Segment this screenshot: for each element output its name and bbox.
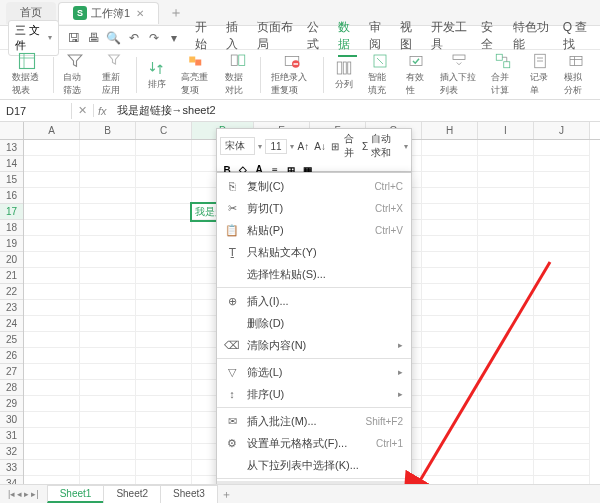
reject-dup-button[interactable]: 拒绝录入重复项 — [267, 52, 318, 97]
cell-A18[interactable] — [24, 220, 80, 236]
row-header-15[interactable]: 15 — [0, 172, 23, 188]
sheet-nav-next-icon[interactable]: ▸ — [24, 489, 29, 499]
cell-I28[interactable] — [478, 380, 534, 396]
cell-I32[interactable] — [478, 444, 534, 460]
cell-I23[interactable] — [478, 300, 534, 316]
row-header-20[interactable]: 20 — [0, 252, 23, 268]
cell-B25[interactable] — [80, 332, 136, 348]
cell-B15[interactable] — [80, 172, 136, 188]
cell-C32[interactable] — [136, 444, 192, 460]
cell-B32[interactable] — [80, 444, 136, 460]
smart-fill-button[interactable]: 智能填充 — [364, 52, 396, 97]
context-menu-item-10[interactable]: ▽筛选(L)▸ — [217, 361, 411, 383]
cell-J28[interactable] — [534, 380, 590, 396]
cell-I15[interactable] — [478, 172, 534, 188]
dropdown-button[interactable]: 插入下拉列表 — [436, 52, 481, 97]
cell-J21[interactable] — [534, 268, 590, 284]
cell-H34[interactable] — [422, 476, 478, 484]
cell-A30[interactable] — [24, 412, 80, 428]
row-header-17[interactable]: 17 — [0, 204, 23, 220]
row-header-13[interactable]: 13 — [0, 140, 23, 156]
cell-I13[interactable] — [478, 140, 534, 156]
font-family-select[interactable]: 宋体 — [220, 137, 255, 155]
menu-item-0[interactable]: 开始 — [195, 19, 214, 57]
cell-C14[interactable] — [136, 156, 192, 172]
row-header-14[interactable]: 14 — [0, 156, 23, 172]
cell-H13[interactable] — [422, 140, 478, 156]
context-menu-item-6[interactable]: ⊕插入(I)... — [217, 290, 411, 312]
menu-item-9[interactable]: 特色功能 — [513, 19, 551, 57]
menu-item-6[interactable]: 视图 — [400, 19, 419, 57]
cell-H24[interactable] — [422, 316, 478, 332]
cell-I29[interactable] — [478, 396, 534, 412]
cell-B14[interactable] — [80, 156, 136, 172]
pivot-table-button[interactable]: 数据透视表 — [8, 52, 47, 97]
cell-B17[interactable] — [80, 204, 136, 220]
text-to-col-button[interactable]: 分列 — [330, 59, 358, 91]
cell-C33[interactable] — [136, 460, 192, 476]
whatif-button[interactable]: 模拟分析 — [560, 52, 592, 97]
cell-A13[interactable] — [24, 140, 80, 156]
context-menu-item-11[interactable]: ↕排序(U)▸ — [217, 383, 411, 405]
cell-J18[interactable] — [534, 220, 590, 236]
cell-B23[interactable] — [80, 300, 136, 316]
quick-more-icon[interactable]: ▾ — [167, 31, 181, 45]
cell-J24[interactable] — [534, 316, 590, 332]
cell-C25[interactable] — [136, 332, 192, 348]
font-size-select[interactable]: 11 — [265, 139, 286, 154]
row-header-25[interactable]: 25 — [0, 332, 23, 348]
context-menu-item-1[interactable]: ✂剪切(T)Ctrl+X — [217, 197, 411, 219]
menu-item-5[interactable]: 审阅 — [369, 19, 388, 57]
cell-J19[interactable] — [534, 236, 590, 252]
cell-I18[interactable] — [478, 220, 534, 236]
cell-I27[interactable] — [478, 364, 534, 380]
cell-C18[interactable] — [136, 220, 192, 236]
cell-H23[interactable] — [422, 300, 478, 316]
row-header-31[interactable]: 31 — [0, 428, 23, 444]
cell-B21[interactable] — [80, 268, 136, 284]
row-header-26[interactable]: 26 — [0, 348, 23, 364]
undo-icon[interactable]: ↶ — [127, 31, 141, 45]
cancel-formula-icon[interactable]: ✕ — [78, 104, 87, 117]
cell-A17[interactable] — [24, 204, 80, 220]
cell-B27[interactable] — [80, 364, 136, 380]
cell-H20[interactable] — [422, 252, 478, 268]
cell-I14[interactable] — [478, 156, 534, 172]
col-header-C[interactable]: C — [136, 122, 192, 139]
cell-B30[interactable] — [80, 412, 136, 428]
cell-J29[interactable] — [534, 396, 590, 412]
cell-C29[interactable] — [136, 396, 192, 412]
sheet-tab-sheet1[interactable]: Sheet1 — [47, 485, 105, 503]
cell-H33[interactable] — [422, 460, 478, 476]
cell-H16[interactable] — [422, 188, 478, 204]
cell-H28[interactable] — [422, 380, 478, 396]
file-menu-button[interactable]: 三 文件▾ — [8, 20, 59, 56]
add-tab-button[interactable]: ＋ — [169, 4, 183, 22]
cell-A19[interactable] — [24, 236, 80, 252]
cell-A15[interactable] — [24, 172, 80, 188]
row-header-30[interactable]: 30 — [0, 412, 23, 428]
cell-H29[interactable] — [422, 396, 478, 412]
cell-C26[interactable] — [136, 348, 192, 364]
col-header-H[interactable]: H — [422, 122, 478, 139]
sheet-nav-prev-icon[interactable]: ◂ — [17, 489, 22, 499]
cell-B31[interactable] — [80, 428, 136, 444]
cell-B34[interactable] — [80, 476, 136, 484]
row-header-33[interactable]: 33 — [0, 460, 23, 476]
cell-A14[interactable] — [24, 156, 80, 172]
cell-J17[interactable] — [534, 204, 590, 220]
cell-A29[interactable] — [24, 396, 80, 412]
cell-H30[interactable] — [422, 412, 478, 428]
cell-C34[interactable] — [136, 476, 192, 484]
menu-item-2[interactable]: 页面布局 — [257, 19, 295, 57]
cell-A32[interactable] — [24, 444, 80, 460]
cell-A23[interactable] — [24, 300, 80, 316]
fx-icon[interactable]: fx — [94, 105, 111, 117]
cell-C22[interactable] — [136, 284, 192, 300]
cell-J22[interactable] — [534, 284, 590, 300]
cell-B16[interactable] — [80, 188, 136, 204]
cell-C13[interactable] — [136, 140, 192, 156]
cell-B22[interactable] — [80, 284, 136, 300]
cell-I17[interactable] — [478, 204, 534, 220]
cell-A26[interactable] — [24, 348, 80, 364]
